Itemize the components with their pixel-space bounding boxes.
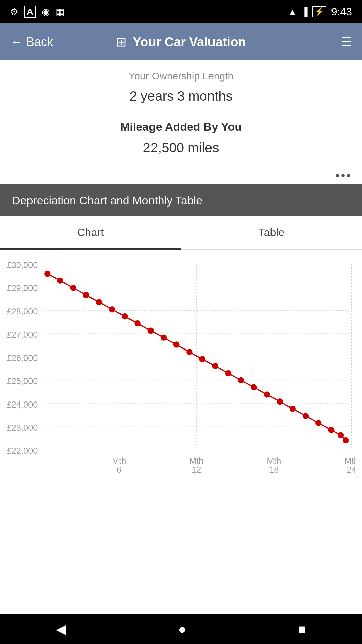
svg-point-45 xyxy=(238,377,244,383)
font-icon: A xyxy=(24,6,36,18)
svg-point-48 xyxy=(277,398,283,405)
svg-point-32 xyxy=(70,285,76,291)
menu-button[interactable]: ☰ xyxy=(341,35,352,49)
svg-text:£23,000: £23,000 xyxy=(7,423,38,432)
svg-point-43 xyxy=(212,363,218,369)
svg-text:£29,000: £29,000 xyxy=(7,283,38,293)
main-content: Your Ownership Length 2 years 3 months M… xyxy=(0,60,362,614)
svg-text:£28,000: £28,000 xyxy=(7,307,38,316)
ownership-value: 2 years 3 months xyxy=(0,85,362,114)
svg-text:£25,000: £25,000 xyxy=(7,376,38,386)
svg-point-31 xyxy=(57,278,63,284)
wifi-icon: ▲ xyxy=(288,7,297,17)
svg-point-35 xyxy=(109,306,115,312)
tab-table[interactable]: Table xyxy=(181,216,362,249)
svg-text:£26,000: £26,000 xyxy=(7,353,38,363)
depreciation-chart: £30,000 £29,000 £28,000 £27,000 £26,000 … xyxy=(7,256,355,473)
nav-title-area: ⊞ Your Car Valuation xyxy=(116,35,246,49)
svg-point-50 xyxy=(303,413,309,419)
mileage-label: Mileage Added By You xyxy=(0,114,362,137)
svg-point-42 xyxy=(199,356,205,362)
battery-icon: ⚡ xyxy=(312,6,326,17)
svg-text:6: 6 xyxy=(117,465,121,473)
circle-icon: ◉ xyxy=(42,6,50,17)
tab-chart[interactable]: Chart xyxy=(0,216,181,249)
svg-text:24: 24 xyxy=(347,465,355,473)
svg-text:Mth: Mth xyxy=(344,456,355,465)
svg-point-38 xyxy=(148,328,154,334)
svg-text:12: 12 xyxy=(192,465,201,473)
svg-text:£24,000: £24,000 xyxy=(7,400,38,409)
svg-point-30 xyxy=(44,271,50,277)
hamburger-icon: ☰ xyxy=(341,35,352,49)
page-title: Your Car Valuation xyxy=(133,35,246,49)
signal-icon: ▐ xyxy=(301,7,307,17)
svg-text:18: 18 xyxy=(269,465,279,473)
options-dots[interactable]: ••• xyxy=(0,165,362,184)
svg-text:£22,000: £22,000 xyxy=(7,446,38,455)
svg-point-47 xyxy=(264,391,270,397)
svg-point-36 xyxy=(122,313,128,319)
nav-back-button[interactable]: ◀ xyxy=(56,621,66,637)
status-icons-right: ▲ ▐ ⚡ 9:43 xyxy=(288,6,352,18)
svg-point-49 xyxy=(290,406,296,412)
status-bar: ⚙ A ◉ ▦ ▲ ▐ ⚡ 9:43 xyxy=(0,0,362,23)
svg-point-40 xyxy=(173,341,179,347)
svg-text:Mth: Mth xyxy=(189,456,203,465)
status-time: 9:43 xyxy=(331,6,352,18)
depreciation-title: Depreciation Chart and Monthly Table xyxy=(12,194,202,207)
back-arrow-icon: ← xyxy=(10,35,23,49)
svg-point-51 xyxy=(315,420,321,426)
sdcard-icon: ▦ xyxy=(56,6,64,17)
bottom-nav: ◀ ● ■ xyxy=(0,614,362,644)
svg-point-37 xyxy=(134,320,140,326)
svg-text:£30,000: £30,000 xyxy=(7,260,38,270)
svg-point-46 xyxy=(251,384,257,390)
svg-text:£27,000: £27,000 xyxy=(7,330,38,339)
back-button[interactable]: ← Back xyxy=(10,35,53,49)
tabs-row: Chart Table xyxy=(0,216,362,250)
dots-icon: ••• xyxy=(335,169,352,182)
mileage-value: 22,500 miles xyxy=(0,137,362,165)
house-icon: ⊞ xyxy=(116,35,127,49)
svg-point-52 xyxy=(328,427,334,433)
svg-point-53 xyxy=(338,432,344,438)
nav-bar: ← Back ⊞ Your Car Valuation ☰ xyxy=(0,23,362,60)
tab-chart-label: Chart xyxy=(77,226,104,238)
chart-container: £30,000 £29,000 £28,000 £27,000 £26,000 … xyxy=(0,250,362,495)
tab-table-label: Table xyxy=(259,226,285,238)
svg-text:Mth: Mth xyxy=(112,456,126,465)
svg-point-34 xyxy=(96,299,102,305)
status-icons-left: ⚙ A ◉ ▦ xyxy=(10,6,64,18)
nav-home-button[interactable]: ● xyxy=(178,622,186,637)
ownership-label: Your Ownership Length xyxy=(0,64,362,85)
nav-recent-button[interactable]: ■ xyxy=(298,622,306,637)
svg-point-41 xyxy=(186,349,192,355)
svg-point-33 xyxy=(83,292,89,298)
depreciation-header: Depreciation Chart and Monthly Table xyxy=(0,184,362,216)
svg-point-39 xyxy=(161,334,167,340)
svg-point-44 xyxy=(225,370,231,376)
back-label: Back xyxy=(26,35,53,49)
settings-icon: ⚙ xyxy=(10,6,18,17)
svg-text:Mth: Mth xyxy=(267,456,281,465)
svg-point-54 xyxy=(343,437,349,443)
